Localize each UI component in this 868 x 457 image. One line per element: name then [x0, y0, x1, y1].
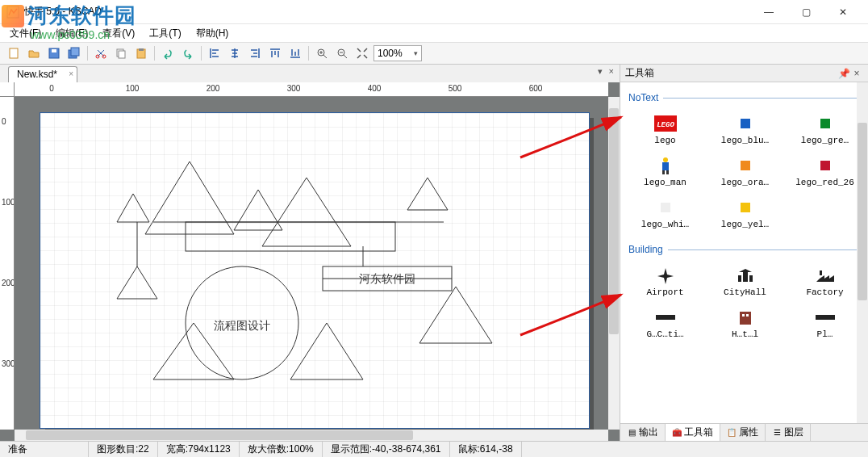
toolbox-item[interactable]: lego_ora… — [707, 153, 783, 191]
zoom-in-button[interactable] — [313, 44, 331, 62]
svg-rect-37 — [820, 161, 830, 170]
horizontal-ruler: 0 100 200 300 400 500 600 — [15, 82, 608, 97]
tab-layers[interactable]: ☰图层 — [766, 424, 811, 441]
zoom-out-button[interactable] — [333, 44, 351, 62]
tab-properties[interactable]: 📋属性 — [720, 424, 766, 441]
item-label: lego_blu… — [721, 136, 769, 145]
item-label: lego_whi… — [641, 220, 689, 229]
category-building[interactable]: Building — [625, 239, 865, 258]
align-right-button[interactable] — [246, 44, 264, 62]
ruler-corner — [0, 82, 15, 97]
document-tabstrip: New.ksd*× ▾× — [0, 65, 620, 82]
item-icon — [734, 266, 757, 284]
toolbox-item[interactable]: lego_red_26 — [787, 153, 863, 191]
svg-text:河东软件园: 河东软件园 — [359, 272, 415, 285]
svg-rect-35 — [666, 170, 669, 174]
svg-rect-31 — [820, 119, 830, 128]
item-icon — [814, 115, 837, 132]
status-shape-count: 图形数目:22 — [89, 442, 158, 457]
toolbox-item[interactable]: lego_yel… — [707, 195, 783, 233]
panel-close-icon[interactable]: × — [850, 68, 863, 79]
svg-rect-3 — [52, 49, 56, 52]
title-bar: 快手 5.0 - KSCAD — ▢ ✕ — [0, 0, 868, 24]
align-left-button[interactable] — [206, 44, 223, 62]
tab-close-all-icon[interactable]: × — [607, 66, 616, 77]
menu-help[interactable]: 帮助(H) — [190, 25, 236, 42]
toolbox-item[interactable]: lego_gre… — [787, 111, 863, 149]
canvas-viewport[interactable]: 流程图设计 河东软件园 — [15, 97, 608, 430]
toolbox-item[interactable]: Pl… — [787, 305, 863, 342]
tab-dropdown-icon[interactable]: ▾ — [595, 66, 605, 77]
close-button[interactable]: ✕ — [824, 0, 862, 24]
svg-marker-22 — [290, 323, 363, 379]
toolbox-item[interactable]: lego_whi… — [627, 195, 703, 233]
toolbox-item[interactable]: Airport — [627, 263, 703, 300]
toolbox-body: NoText LEGOlegolego_blu…lego_gre…lego_ma… — [620, 82, 868, 423]
align-top-button[interactable] — [266, 44, 284, 62]
toolbox-item[interactable]: lego_man — [627, 153, 703, 191]
svg-rect-34 — [662, 170, 665, 174]
tab-toolbox[interactable]: 🧰工具箱 — [666, 424, 720, 441]
canvas-area: New.ksd*× ▾× 0 100 200 300 400 500 600 0… — [0, 65, 620, 441]
svg-marker-18 — [407, 178, 448, 210]
svg-rect-1 — [10, 48, 18, 58]
drawing-paper[interactable]: 流程图设计 河东软件园 — [40, 113, 589, 428]
undo-button[interactable] — [159, 44, 177, 62]
layers-icon: ☰ — [772, 428, 782, 438]
tab-close-icon[interactable]: × — [69, 69, 73, 78]
svg-rect-24 — [186, 222, 395, 251]
item-label: lego_man — [644, 178, 686, 187]
toolbox-title: 工具箱 — [625, 66, 837, 80]
redo-button[interactable] — [179, 44, 197, 62]
item-icon — [654, 199, 677, 216]
tab-controls: ▾× — [595, 66, 616, 77]
cut-button[interactable] — [92, 44, 110, 62]
svg-marker-19 — [117, 266, 157, 299]
horizontal-scrollbar[interactable] — [15, 430, 608, 441]
item-label: lego_ora… — [721, 178, 769, 187]
svg-text:流程图设计: 流程图设计 — [214, 319, 270, 332]
copy-button[interactable] — [112, 44, 130, 62]
toolbox-header: 工具箱 📌 × — [620, 65, 868, 82]
item-icon — [734, 199, 757, 216]
maximize-button[interactable]: ▢ — [787, 0, 824, 24]
item-icon — [734, 157, 757, 174]
save-button[interactable] — [45, 44, 63, 62]
item-label: lego_yel… — [721, 220, 769, 229]
fit-button[interactable] — [353, 44, 371, 62]
tab-output[interactable]: ▤输出 — [620, 424, 666, 441]
menu-view[interactable]: 查看(V) — [96, 25, 141, 42]
item-label: Airport — [646, 287, 683, 297]
pin-icon[interactable]: 📌 — [837, 68, 850, 79]
toolbox-item[interactable]: LEGOlego — [627, 111, 703, 149]
align-center-button[interactable] — [226, 44, 244, 62]
menu-file[interactable]: 文件(F) — [3, 25, 48, 42]
svg-rect-38 — [661, 203, 670, 212]
toolbox-item[interactable]: Factory — [787, 263, 863, 300]
item-icon — [814, 308, 837, 326]
item-label: G…C…ti… — [646, 329, 683, 339]
minimize-button[interactable]: — — [750, 0, 787, 24]
toolbox-item[interactable]: G…C…ti… — [627, 305, 703, 342]
menu-tool[interactable]: 工具(T) — [143, 25, 187, 42]
document-tab[interactable]: New.ksd*× — [8, 66, 77, 82]
open-button[interactable] — [25, 44, 43, 62]
toolbox-item[interactable]: H…t…l — [707, 305, 783, 342]
new-button[interactable] — [5, 44, 23, 62]
toolbox-item[interactable]: CityHall — [707, 263, 783, 300]
item-label: Factory — [806, 287, 843, 297]
toolbox-scrollbar[interactable] — [857, 82, 868, 423]
svg-rect-36 — [741, 161, 750, 170]
paste-button[interactable] — [132, 44, 150, 62]
align-bottom-button[interactable] — [286, 44, 304, 62]
toolbox-panel: 工具箱 📌 × NoText LEGOlegolego_blu…lego_gre… — [620, 65, 868, 441]
vertical-scrollbar[interactable] — [608, 97, 620, 430]
menu-edit[interactable]: 编辑(E) — [49, 25, 94, 42]
saveall-button[interactable] — [65, 44, 83, 62]
toolbox-item[interactable]: lego_blu… — [707, 111, 783, 149]
zoom-select[interactable]: 100% — [373, 45, 422, 61]
svg-rect-5 — [71, 48, 79, 56]
status-bar: 准备 图形数目:22 宽高:794x1123 放大倍数:100% 显示范围:-4… — [0, 441, 868, 457]
category-notext[interactable]: NoText — [625, 87, 865, 107]
svg-rect-9 — [119, 51, 125, 58]
